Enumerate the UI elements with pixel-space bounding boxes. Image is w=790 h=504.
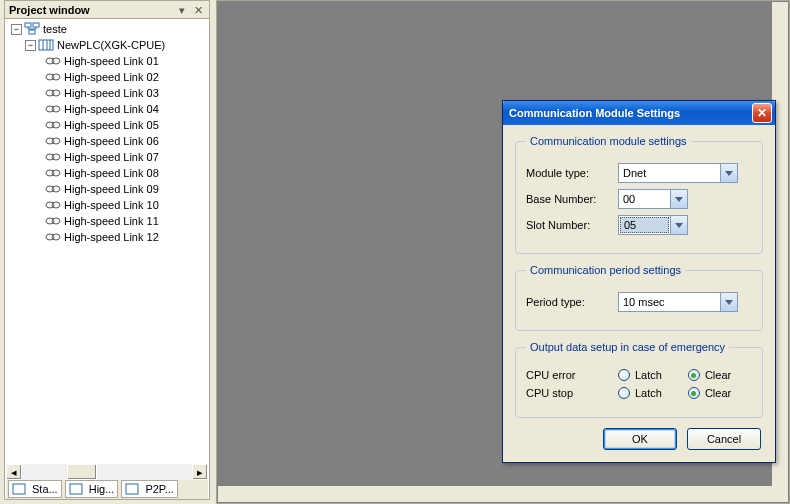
link-icon [45,118,61,132]
tree-link-label: High-speed Link 08 [64,165,159,181]
combo-value: 00 [619,190,670,208]
link-icon [45,214,61,228]
svg-rect-1 [33,23,39,27]
project-tree[interactable]: − teste − NewPLC(XGK-CPUE) High-speed Li… [5,19,209,465]
svg-rect-0 [25,23,31,27]
cancel-button[interactable]: Cancel [687,428,761,450]
link-icon [45,54,61,68]
link-icon [45,198,61,212]
tree-link-label: High-speed Link 02 [64,69,159,85]
slot-number-combo[interactable]: 05 [618,215,688,235]
tree-link-label: High-speed Link 06 [64,133,159,149]
chevron-down-icon[interactable] [720,293,737,311]
comm-module-settings-dialog: Communication Module Settings ✕ Communic… [502,100,776,463]
group-comm-module: Communication module settings Module typ… [515,135,763,254]
radio-cpu-error-latch[interactable]: Latch [618,369,662,381]
tree-link-item[interactable]: High-speed Link 04 [11,101,209,117]
tree-h-scrollbar[interactable]: ◂ ▸ [6,464,208,480]
panel-close-button[interactable]: ✕ [191,3,205,17]
svg-rect-33 [126,484,138,494]
period-type-label: Period type: [526,296,618,308]
tree-link-label: High-speed Link 09 [64,181,159,197]
combo-value: 05 [620,217,669,233]
panel-tabs: Sta... Hig... P2P... [6,480,208,499]
tab-highspeed[interactable]: Hig... [65,480,119,498]
expander-icon[interactable]: − [11,24,22,35]
tree-link-label: High-speed Link 03 [64,85,159,101]
project-panel: Project window ▾ ✕ − teste − NewPLC(XGK-… [4,0,210,500]
svg-point-8 [52,58,60,64]
radio-icon [688,387,700,399]
tab-label: P2P... [145,483,174,495]
module-type-combo[interactable]: Dnet [618,163,738,183]
tree-link-label: High-speed Link 12 [64,229,159,245]
base-number-label: Base Number: [526,193,618,205]
cpu-error-label: CPU error [526,369,618,381]
tab-label: Sta... [32,483,58,495]
link-icon [45,166,61,180]
svg-point-22 [52,170,60,176]
tab-icon [69,482,83,496]
tree-link-item[interactable]: High-speed Link 02 [11,69,209,85]
combo-value: Dnet [619,164,720,182]
radio-label: Latch [635,369,662,381]
panel-title-text: Project window [9,1,90,19]
close-icon[interactable]: ✕ [752,103,772,123]
svg-rect-32 [70,484,82,494]
radio-cpu-error-clear[interactable]: Clear [688,369,731,381]
link-icon [45,230,61,244]
tree-link-item[interactable]: High-speed Link 12 [11,229,209,245]
scroll-track[interactable] [22,464,192,480]
svg-point-16 [52,122,60,128]
tab-standard[interactable]: Sta... [8,480,62,498]
tree-link-item[interactable]: High-speed Link 09 [11,181,209,197]
tab-p2p[interactable]: P2P... [121,480,178,498]
expander-icon[interactable]: − [25,40,36,51]
base-number-combo[interactable]: 00 [618,189,688,209]
cpu-stop-label: CPU stop [526,387,618,399]
tree-link-item[interactable]: High-speed Link 03 [11,85,209,101]
radio-icon [618,387,630,399]
tree-link-item[interactable]: High-speed Link 05 [11,117,209,133]
link-icon [45,134,61,148]
period-type-combo[interactable]: 10 msec [618,292,738,312]
link-icon [45,182,61,196]
dialog-titlebar[interactable]: Communication Module Settings ✕ [503,101,775,125]
tab-label: Hig... [89,483,115,495]
scroll-thumb[interactable] [67,464,97,480]
svg-point-28 [52,218,60,224]
tree-plc[interactable]: − NewPLC(XGK-CPUE) [11,37,209,53]
tree-link-item[interactable]: High-speed Link 06 [11,133,209,149]
radio-icon [688,369,700,381]
tree-link-item[interactable]: High-speed Link 01 [11,53,209,69]
chevron-down-icon[interactable] [670,190,687,208]
scroll-left-button[interactable]: ◂ [6,464,22,480]
svg-rect-2 [29,30,35,34]
dialog-title: Communication Module Settings [509,107,752,119]
tree-link-item[interactable]: High-speed Link 08 [11,165,209,181]
combo-value: 10 msec [619,293,720,311]
tree-root[interactable]: − teste [11,21,209,37]
svg-rect-31 [13,484,25,494]
svg-point-10 [52,74,60,80]
svg-point-20 [52,154,60,160]
group-legend: Communication module settings [526,135,691,147]
radio-label: Clear [705,387,731,399]
group-output-emergency: Output data setup in case of emergency C… [515,341,763,418]
button-label: OK [632,433,648,445]
tree-link-item[interactable]: High-speed Link 07 [11,149,209,165]
link-icon [45,86,61,100]
tree-link-item[interactable]: High-speed Link 10 [11,197,209,213]
svg-point-30 [52,234,60,240]
tree-link-label: High-speed Link 04 [64,101,159,117]
radio-cpu-stop-clear[interactable]: Clear [688,387,731,399]
tree-link-item[interactable]: High-speed Link 11 [11,213,209,229]
scroll-right-button[interactable]: ▸ [192,464,208,480]
panel-menu-button[interactable]: ▾ [175,3,189,17]
chevron-down-icon[interactable] [670,216,687,234]
radio-cpu-stop-latch[interactable]: Latch [618,387,662,399]
main-h-scrollbar[interactable] [218,486,772,502]
chevron-down-icon[interactable] [720,164,737,182]
ok-button[interactable]: OK [603,428,677,450]
slot-number-label: Slot Number: [526,219,618,231]
